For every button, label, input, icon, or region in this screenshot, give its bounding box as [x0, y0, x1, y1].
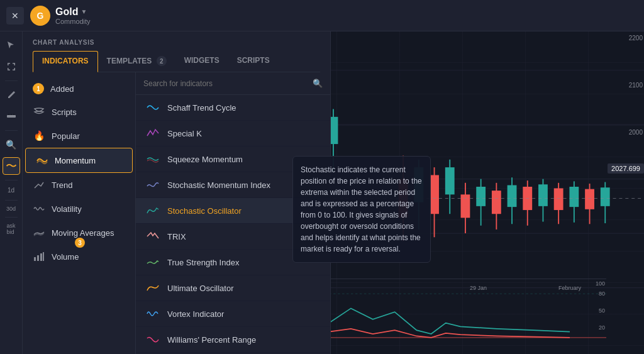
left-toolbar: 🔍 〜 1d 30d askbid: [0, 31, 23, 354]
indicator-vortex[interactable]: Vortex Indicator: [136, 301, 330, 327]
schaff-icon: [146, 101, 160, 114]
indicator-true-strength[interactable]: True Strength Index: [136, 250, 330, 275]
squeeze-icon: [146, 152, 160, 166]
category-popular[interactable]: 🔥 Popular: [23, 124, 135, 148]
search-icon: 🔍: [313, 79, 323, 88]
gold-type: Commodity: [55, 18, 91, 25]
osc-label-50: 50: [599, 307, 605, 314]
category-scripts[interactable]: Scripts: [23, 100, 135, 124]
osc-label-100: 100: [596, 280, 605, 287]
gold-title: Gold ▼ Commodity: [55, 6, 91, 25]
moving-avg-icon: [33, 226, 45, 239]
svg-rect-42: [569, 187, 579, 207]
osc-label-20: 20: [599, 324, 605, 331]
indicator-williams[interactable]: Williams' Percent Range: [136, 327, 330, 353]
indicator-specialk[interactable]: Special K: [136, 121, 330, 147]
indicator-stoch-momentum-label: Stochastic Momentum Index: [167, 180, 270, 190]
timeframe-label: 1d: [6, 185, 16, 195]
osc-label-80: 80: [599, 290, 605, 297]
indicator-squeeze[interactable]: Squeeze Momentum: [136, 147, 330, 172]
momentum-icon: [36, 154, 48, 167]
trend-icon: [33, 179, 45, 191]
svg-rect-53: [43, 252, 44, 261]
indicator-trix-label: TRIX: [167, 232, 186, 241]
category-added-label: Added: [50, 84, 74, 94]
category-trend[interactable]: Trend: [23, 173, 135, 197]
svg-rect-50: [34, 257, 36, 261]
stoch-osc-icon: [146, 204, 160, 218]
svg-rect-34: [508, 185, 517, 207]
category-volume[interactable]: Volume: [23, 245, 135, 268]
svg-rect-40: [554, 188, 564, 210]
svg-rect-51: [37, 255, 39, 261]
category-volatility[interactable]: Volatility: [23, 197, 135, 221]
category-volume-label: Volume: [52, 252, 79, 262]
panel-title: CHART ANALYSIS: [33, 39, 320, 46]
category-momentum[interactable]: Momentum: [25, 148, 133, 173]
svg-rect-28: [461, 194, 470, 218]
svg-rect-38: [538, 184, 548, 206]
tab-widgets[interactable]: WIDGETS: [175, 51, 228, 72]
indicator-williams-label: Williams' Percent Range: [167, 335, 256, 345]
indicator-trix[interactable]: TRIX: [136, 224, 330, 250]
expand-button[interactable]: [3, 58, 20, 75]
indicator-true-strength-label: True Strength Index: [167, 258, 239, 267]
pencil-tool-button[interactable]: [3, 86, 20, 104]
svg-rect-26: [445, 167, 455, 194]
indicator-stoch-osc[interactable]: Stochastic Oscillator: [136, 198, 330, 224]
search-input[interactable]: [143, 79, 309, 88]
price-label-2000: 2000: [629, 129, 643, 136]
indicator-stoch-osc-label: Stochastic Oscillator: [167, 206, 242, 216]
category-trend-label: Trend: [52, 180, 72, 190]
indicator-squeeze-label: Squeeze Momentum: [167, 155, 243, 164]
indicator-schaff-label: Schaff Trend Cycle: [167, 103, 236, 113]
date-label-feb: February: [558, 285, 581, 291]
search-bar: 🔍: [136, 72, 330, 95]
category-scripts-label: Scripts: [52, 108, 77, 117]
indicator-schaff[interactable]: Schaff Trend Cycle: [136, 95, 330, 121]
indicator-specialk-label: Special K: [167, 129, 202, 138]
ultimate-osc-icon: [146, 281, 160, 295]
category-added[interactable]: 1 Added: [23, 77, 135, 100]
popular-icon: 🔥: [33, 130, 45, 142]
indicators-pane: 🔍 Schaff Trend Cycle Special K Squeeze: [136, 72, 330, 354]
trix-icon: [146, 230, 160, 243]
separator: [5, 180, 18, 180]
indicator-ultimate-osc[interactable]: Ultimate Oscillator: [136, 275, 330, 301]
oscillator-button[interactable]: 〜: [3, 157, 20, 175]
indicators-panel: CHART ANALYSIS INDICATORS TEMPLATES 2 WI…: [23, 31, 331, 354]
stoch-momentum-icon: [146, 178, 160, 192]
close-button[interactable]: ✕: [6, 7, 24, 25]
scripts-icon: [33, 106, 45, 118]
ask-bid-label: askbid: [6, 223, 15, 235]
cursor-tool-button[interactable]: [3, 36, 20, 54]
indicator-vortex-label: Vortex Indicator: [167, 309, 224, 319]
tab-scripts[interactable]: SCRIPTS: [228, 51, 279, 72]
tab-indicators[interactable]: INDICATORS: [33, 51, 98, 72]
separator: [5, 200, 18, 201]
tab-templates[interactable]: TEMPLATES 2: [98, 51, 175, 72]
volatility-icon: [33, 202, 45, 215]
true-strength-icon: [146, 255, 160, 269]
zoom-button[interactable]: 🔍: [3, 136, 20, 153]
svg-rect-32: [492, 191, 501, 214]
top-bar: ✕ G Gold ▼ Commodity: [0, 0, 644, 31]
dropdown-arrow-icon[interactable]: ▼: [80, 8, 87, 15]
category-volatility-label: Volatility: [52, 204, 82, 214]
svg-rect-30: [476, 187, 486, 206]
separator: [5, 217, 18, 218]
indicator-stoch-momentum[interactable]: Stochastic Momentum Index: [136, 172, 330, 198]
specialk-icon: [146, 126, 160, 140]
panel-body: 1 Added Scripts 🔥 Popular Momentum: [23, 72, 330, 354]
svg-rect-22: [414, 167, 423, 202]
svg-rect-0: [7, 115, 16, 118]
added-badge: 1: [33, 83, 44, 94]
avatar: G: [30, 6, 50, 26]
svg-rect-44: [585, 189, 594, 209]
svg-rect-52: [40, 253, 42, 261]
vortex-icon: [146, 307, 160, 321]
separator: [5, 130, 18, 131]
ruler-tool-button[interactable]: [3, 108, 20, 125]
williams-icon: [146, 333, 160, 346]
panel-tabs: INDICATORS TEMPLATES 2 WIDGETS SCRIPTS: [33, 51, 320, 72]
